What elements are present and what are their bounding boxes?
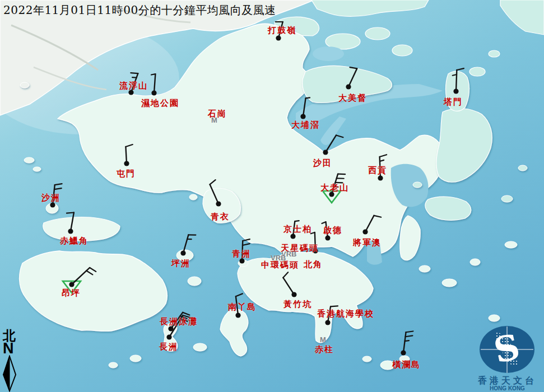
station-label: 長洲 [159, 342, 178, 352]
station-label: 打鼓嶺 [268, 25, 296, 36]
station-label: 濕地公園 [141, 98, 179, 109]
station-annotation-vrb: VRB [271, 254, 286, 262]
station-label: 將軍澳 [353, 237, 382, 248]
green-island [238, 260, 248, 267]
station-label: 赤柱 [315, 344, 334, 355]
hko-logo: S 香港天文台 HONG KONG OBSERVATORY [471, 324, 544, 392]
hko-logo-icon: S [471, 324, 544, 375]
station-label: 橫瀾島 [392, 360, 421, 370]
station-label: 香港航海學校 [317, 309, 374, 319]
station-label: 赤鱲角 [60, 236, 89, 246]
station-label: 昂坪 [62, 288, 81, 298]
station-label: 坪洲 [171, 258, 190, 269]
map-title: 2022年11月01日11時00分的十分鐘平均風向及風速 [3, 3, 276, 18]
station-label: 黃竹坑 [283, 299, 312, 310]
station-label: 沙田 [313, 158, 332, 169]
station-label: 大美督 [338, 93, 367, 104]
station-label: 南丫島 [228, 302, 257, 312]
station-label: 青洲 [232, 249, 251, 259]
sha-chau-islet [46, 203, 58, 213]
wind-map-page: 打鼓嶺流浮山濕地公園石崗M大美督塔門大埔滘沙田西貢大老山屯門沙洲赤鱲角青衣坪洲青… [0, 0, 544, 392]
station-label: 大老山 [320, 183, 349, 193]
station-label: 塔門 [444, 97, 463, 108]
compass-north-letter: N [3, 342, 24, 355]
north-arrow-icon [1, 355, 21, 392]
hko-logo-english: HONG KONG OBSERVATORY [471, 385, 544, 392]
station-label: 京士柏 [283, 224, 312, 235]
station-label: 啟德 [323, 225, 342, 236]
station-label: 北角 [304, 259, 323, 270]
station-label: 青衣 [211, 212, 230, 222]
hong-kong-map [0, 0, 544, 392]
station-label: 流浮山 [119, 81, 148, 91]
station-annotation-m: M [320, 335, 326, 344]
station-label: 沙洲 [41, 193, 61, 203]
station-label: 大埔滘 [291, 120, 320, 130]
station-label: 西貢 [368, 165, 387, 176]
north-compass: 北 N [1, 329, 24, 392]
station-label: 屯門 [117, 169, 136, 179]
station-label: 長洲泳灘 [160, 316, 198, 327]
station-annotation-m: M [211, 116, 217, 124]
